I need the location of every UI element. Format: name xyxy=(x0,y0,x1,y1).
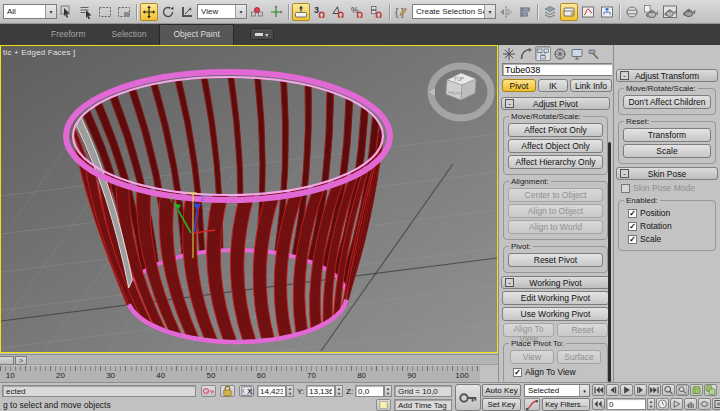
render-setup-icon[interactable] xyxy=(642,3,660,21)
key-mode-toggle-icon[interactable] xyxy=(592,398,605,410)
orbit-view-icon[interactable] xyxy=(698,398,711,410)
mode-button-pivot[interactable]: Pivot xyxy=(502,79,536,92)
snaps-toggle-3d-icon[interactable]: 3 xyxy=(311,3,329,21)
select-object-icon[interactable] xyxy=(58,3,76,21)
mode-button-link-info[interactable]: Link Info xyxy=(570,79,612,92)
button-don-t-affect-children[interactable]: Don't Affect Children xyxy=(623,95,710,109)
button-affect-object-only[interactable]: Affect Object Only xyxy=(508,139,602,153)
region-zoom-icon[interactable] xyxy=(670,398,683,410)
add-time-tag[interactable]: Add Time Tag xyxy=(394,399,452,411)
curve-editor-icon[interactable] xyxy=(579,3,597,21)
go-to-end-icon[interactable] xyxy=(648,384,661,396)
mirror-icon[interactable] xyxy=(497,3,515,21)
schematic-view-icon[interactable] xyxy=(598,3,616,21)
current-frame-field[interactable] xyxy=(606,398,646,410)
perspective-viewport[interactable]: YZTOPFRONT tic + Edged Faces ] xyxy=(0,45,498,353)
rollout-adjust-pivot[interactable]: -Adjust Pivot xyxy=(501,97,610,110)
edit-named-selection-sets-icon[interactable]: { } xyxy=(393,3,411,21)
zoom-extents-icon[interactable] xyxy=(690,384,703,396)
tangent-curve-icon[interactable] xyxy=(524,398,540,411)
key-icon[interactable] xyxy=(201,385,216,397)
reference-coordinate-system-dropdown[interactable]: View▾ xyxy=(197,4,247,19)
track-bar[interactable]: 102030405060708090100 xyxy=(0,366,480,382)
set-key-button[interactable]: Set Key xyxy=(482,398,521,411)
rollout-adjust-transform[interactable]: -Adjust Transform xyxy=(616,69,718,82)
frame-spinner[interactable]: ▲▼ xyxy=(647,398,655,410)
x-coordinate-field[interactable] xyxy=(257,385,286,397)
ribbon-minimize-icon[interactable]: ▾ xyxy=(250,28,274,40)
percent-snap-toggle-icon[interactable]: % xyxy=(349,3,367,21)
rollout-skin-pose[interactable]: -Skin Pose xyxy=(616,167,718,180)
button-affect-hierarchy-only[interactable]: Affect Hierarchy Only xyxy=(508,155,602,169)
maximize-viewport-toggle-icon[interactable] xyxy=(712,398,720,410)
checkbox-position[interactable]: ✓Position xyxy=(628,208,706,218)
button-affect-pivot-only[interactable]: Affect Pivot Only xyxy=(508,123,602,137)
tab-motion-icon[interactable] xyxy=(552,46,568,61)
zoom-extents-all-icon[interactable] xyxy=(704,384,717,396)
lock-icon[interactable] xyxy=(220,385,235,397)
align-icon[interactable] xyxy=(516,3,534,21)
rendered-frame-window-icon[interactable] xyxy=(661,3,679,21)
tab-create-icon[interactable] xyxy=(501,46,517,61)
auto-key-button[interactable]: Auto Key xyxy=(482,384,521,397)
previous-frame-icon[interactable] xyxy=(606,384,619,396)
button-use-working-pivot[interactable]: Use Working Pivot xyxy=(502,307,609,321)
button-transform[interactable]: Transform xyxy=(623,128,710,142)
key-filters-button[interactable]: Key Filters... xyxy=(542,398,590,411)
z-spinner[interactable]: ▲▼ xyxy=(384,385,392,397)
next-frame-icon[interactable] xyxy=(634,384,647,396)
object-name-field[interactable] xyxy=(502,63,612,76)
checkbox-align-to-view[interactable]: ✓Align To View xyxy=(513,367,598,377)
tab-modify-icon[interactable] xyxy=(518,46,534,61)
y-coordinate-field[interactable] xyxy=(306,385,335,397)
button-reset-pivot[interactable]: Reset Pivot xyxy=(508,253,602,267)
set-keys-button[interactable] xyxy=(455,384,481,411)
checkbox-rotation[interactable]: ✓Rotation xyxy=(628,221,706,231)
button-scale[interactable]: Scale xyxy=(623,144,710,158)
command-panel-tabs xyxy=(499,45,612,62)
ribbon-tab-freeform[interactable]: Freeform xyxy=(38,24,98,45)
time-slider[interactable]: > xyxy=(0,354,498,365)
spinner-snap-toggle-icon[interactable] xyxy=(368,3,386,21)
viewport-canvas[interactable]: YZTOPFRONT xyxy=(1,46,497,352)
select-and-rotate-icon[interactable] xyxy=(159,3,177,21)
use-pivot-point-center-icon[interactable] xyxy=(248,3,266,21)
window-crossing-toggle-icon[interactable] xyxy=(115,3,133,21)
named-selection-sets-dropdown[interactable]: Create Selection Se▾ xyxy=(412,4,496,19)
ribbon-tab-selection[interactable]: Selection xyxy=(98,24,159,45)
render-production-icon[interactable] xyxy=(680,3,698,21)
time-configuration-icon[interactable] xyxy=(656,398,669,410)
material-editor-icon[interactable] xyxy=(623,3,641,21)
select-and-scale-icon[interactable] xyxy=(178,3,196,21)
zoom-all-icon[interactable] xyxy=(676,384,689,396)
select-and-manipulate-icon[interactable] xyxy=(267,3,285,21)
ribbon-tab-object-paint[interactable]: Object Paint xyxy=(159,24,233,45)
mode-button-ik[interactable]: IK xyxy=(538,79,568,92)
z-coordinate-field[interactable] xyxy=(355,385,384,397)
angle-snap-toggle-icon[interactable] xyxy=(330,3,348,21)
pan-view-icon[interactable] xyxy=(684,398,697,410)
panel-scrollbar[interactable] xyxy=(608,142,611,382)
button-edit-working-pivot[interactable]: Edit Working Pivot xyxy=(502,291,609,305)
tab-display-icon[interactable] xyxy=(569,46,585,61)
graphite-ribbon-toggle-icon[interactable] xyxy=(560,3,578,21)
y-spinner[interactable]: ▲▼ xyxy=(335,385,343,397)
x-spinner[interactable]: ▲▼ xyxy=(286,385,294,397)
tab-hierarchy-icon[interactable] xyxy=(535,46,551,61)
next-frame-button[interactable]: > xyxy=(15,356,27,365)
selection-filter-dropdown[interactable]: All▾ xyxy=(3,4,57,19)
time-slider-handle[interactable] xyxy=(0,356,14,365)
offset-mode-icon[interactable] xyxy=(376,399,391,411)
manage-layers-icon[interactable] xyxy=(541,3,559,21)
zoom-icon[interactable] xyxy=(662,384,675,396)
select-and-move-icon[interactable] xyxy=(140,3,158,21)
key-mode-dropdown[interactable]: Selected ▾ xyxy=(524,384,590,397)
select-by-name-icon[interactable] xyxy=(77,3,95,21)
go-to-start-icon[interactable] xyxy=(592,384,605,396)
rectangular-selection-region-icon[interactable] xyxy=(96,3,114,21)
play-animation-icon[interactable] xyxy=(620,384,633,396)
keyboard-shortcut-override-icon[interactable] xyxy=(292,3,310,21)
tab-utilities-icon[interactable] xyxy=(586,46,602,61)
rollout-working-pivot[interactable]: -Working Pivot xyxy=(501,276,610,289)
checkbox-scale[interactable]: ✓Scale xyxy=(628,234,706,244)
